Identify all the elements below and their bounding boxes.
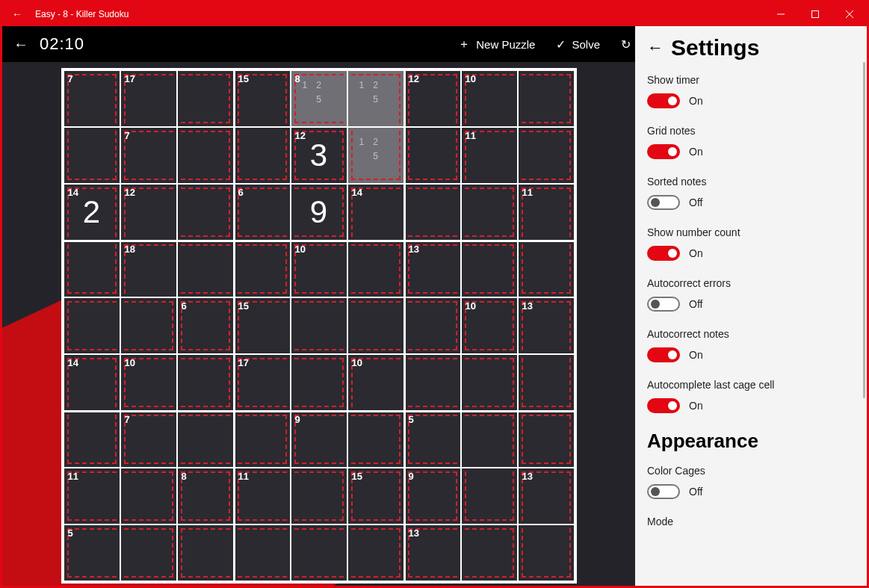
cage-edge xyxy=(522,528,571,578)
sudoku-board[interactable]: 7171581210712111412614111810136151013141… xyxy=(61,68,577,584)
cage-sum: 10 xyxy=(125,357,135,368)
setting-item: Autocomplete last cage cellOn xyxy=(647,379,855,413)
back-button[interactable]: ← xyxy=(2,36,40,53)
appearance-heading: Appearance xyxy=(647,430,855,453)
setting-label: Grid notes xyxy=(647,125,855,137)
cage-sum: 13 xyxy=(409,244,419,255)
svg-rect-0 xyxy=(812,11,819,18)
setting-label: Autocorrect notes xyxy=(647,328,855,340)
setting-label: Autocomplete last cage cell xyxy=(647,379,855,391)
cage-edge xyxy=(351,301,401,350)
cage-sum: 13 xyxy=(522,300,533,312)
cage-edge xyxy=(238,244,287,294)
cage-sum: 10 xyxy=(352,357,362,368)
cage-sum: 11 xyxy=(522,187,533,198)
toggle-switch[interactable] xyxy=(647,246,680,261)
cell-notes: 125 xyxy=(347,127,404,184)
cage-sum: 9 xyxy=(295,414,300,425)
setting-item: Mode xyxy=(647,516,855,527)
cage-sum: 13 xyxy=(522,471,533,482)
setting-label: Show number count xyxy=(647,226,855,238)
toggle-state-label: On xyxy=(689,247,703,259)
toggle-state-label: On xyxy=(689,146,703,158)
settings-panel: ← Settings Show timerOnGrid notesOnSorte… xyxy=(635,26,867,586)
new-puzzle-button[interactable]: ＋ New Puzzle xyxy=(448,37,545,52)
cage-edge xyxy=(181,74,230,123)
cage-sum: 14 xyxy=(68,187,78,198)
cage-edge xyxy=(465,358,514,407)
cage-edge xyxy=(238,415,287,464)
cage-edge xyxy=(181,301,230,350)
cell-value: 9 xyxy=(291,184,347,241)
cage-sum: 17 xyxy=(238,357,249,368)
toggle-switch[interactable] xyxy=(647,484,680,499)
toggle-switch[interactable] xyxy=(647,195,680,210)
cage-edge xyxy=(351,528,401,578)
cage-sum: 11 xyxy=(238,471,249,482)
new-puzzle-label: New Puzzle xyxy=(476,38,535,51)
scrollbar[interactable] xyxy=(863,62,865,398)
cage-edge xyxy=(124,301,173,350)
toggle-switch[interactable] xyxy=(647,144,680,159)
solve-button[interactable]: ✓ Solve xyxy=(545,37,610,52)
cage-sum: 10 xyxy=(466,300,476,312)
timer-display: 02:10 xyxy=(40,34,84,54)
cage-edge xyxy=(408,131,457,180)
cage-edge xyxy=(238,131,287,180)
toggle-state-label: Off xyxy=(689,486,702,498)
cage-sum: 15 xyxy=(352,471,362,482)
toggle-switch[interactable] xyxy=(647,93,680,108)
cage-sum: 10 xyxy=(295,244,306,255)
cage-sum: 5 xyxy=(409,414,414,425)
cage-edge xyxy=(522,244,571,294)
close-button[interactable] xyxy=(832,2,867,26)
more-button[interactable]: ↻ xyxy=(610,37,635,52)
settings-back-icon[interactable]: ← xyxy=(647,38,664,58)
cage-sum: 5 xyxy=(68,527,73,539)
cage-sum: 9 xyxy=(409,471,414,482)
cage-edge xyxy=(124,131,173,180)
toggle-state-label: On xyxy=(689,95,703,107)
cage-sum: 11 xyxy=(68,471,78,482)
cage-sum: 14 xyxy=(352,187,362,198)
cage-edge xyxy=(465,188,514,237)
plus-icon: ＋ xyxy=(458,37,470,52)
cage-edge xyxy=(351,415,401,464)
toggle-switch[interactable] xyxy=(647,347,680,362)
titlebar-back-icon[interactable]: ← xyxy=(2,8,32,20)
window-title: Easy - 8 - Killer Sudoku xyxy=(32,9,764,19)
cage-edge xyxy=(67,74,117,123)
solve-label: Solve xyxy=(572,38,600,51)
maximize-button[interactable] xyxy=(798,2,832,26)
cage-sum: 8 xyxy=(182,471,187,482)
cage-sum: 14 xyxy=(68,357,78,368)
toggle-switch[interactable] xyxy=(647,398,680,413)
toggle-switch[interactable] xyxy=(647,297,680,312)
setting-label: Sorted notes xyxy=(647,176,855,188)
cage-sum: 13 xyxy=(409,527,419,539)
cage-edge xyxy=(124,415,173,464)
cage-edge xyxy=(181,358,230,407)
toggle-state-label: Off xyxy=(689,298,702,310)
setting-label: Color Cages xyxy=(647,465,855,477)
cage-edge xyxy=(522,415,571,464)
cage-sum: 12 xyxy=(125,187,135,198)
cage-edge xyxy=(67,301,117,350)
cage-edge xyxy=(294,471,344,521)
setting-item: Grid notesOn xyxy=(647,125,855,159)
cage-edge xyxy=(408,415,457,464)
minimize-button[interactable] xyxy=(764,2,798,26)
cage-sum: 15 xyxy=(238,73,249,84)
setting-item: Show timerOn xyxy=(647,74,855,108)
cage-sum: 11 xyxy=(466,130,476,141)
cell-notes: 125 xyxy=(347,70,404,127)
cage-edge xyxy=(522,358,571,407)
cage-edge xyxy=(294,528,344,578)
cage-edge xyxy=(181,415,230,464)
setting-label: Autocorrect errors xyxy=(647,277,855,289)
cage-sum: 7 xyxy=(68,73,73,84)
cage-edge xyxy=(465,528,514,578)
cage-edge xyxy=(465,415,514,464)
setting-item: Autocorrect notesOn xyxy=(647,328,855,362)
cage-sum: 6 xyxy=(238,187,244,198)
